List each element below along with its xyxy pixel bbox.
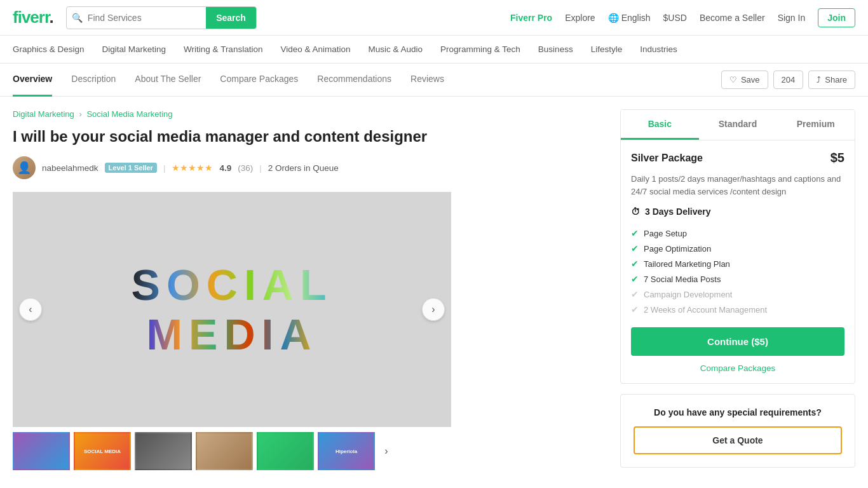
check-icon: ✔ bbox=[631, 243, 639, 254]
separator1: | bbox=[163, 163, 166, 173]
check-icon-disabled: ✔ bbox=[631, 304, 639, 315]
pkg-tab-standard[interactable]: Standard bbox=[699, 110, 777, 140]
review-count: (36) bbox=[238, 163, 253, 173]
language-label: English bbox=[621, 13, 651, 23]
left-column: Digital Marketing › Social Media Marketi… bbox=[13, 109, 601, 475]
cat-graphics-design[interactable]: Graphics & Design bbox=[13, 44, 85, 54]
get-quote-button[interactable]: Get a Quote bbox=[634, 426, 842, 454]
feature-account-mgmt: ✔ 2 Weeks of Account Management bbox=[631, 302, 844, 317]
pkg-features-list: ✔ Page Setup ✔ Page Optimization ✔ Tailo… bbox=[631, 226, 844, 317]
cat-business[interactable]: Business bbox=[538, 44, 573, 54]
explore-link[interactable]: Explore bbox=[565, 13, 595, 23]
sign-in-link[interactable]: Sign In bbox=[778, 13, 806, 23]
cat-industries[interactable]: Industries bbox=[640, 44, 677, 54]
carousel-main-image: SOCIAL MEDIA ‹ › bbox=[13, 192, 451, 427]
cat-digital-marketing[interactable]: Digital Marketing bbox=[102, 44, 166, 54]
top-right-nav: Fiverr Pro Explore 🌐 English $USD Become… bbox=[510, 8, 855, 27]
pkg-delivery: ⏱ 3 Days Delivery bbox=[631, 207, 844, 217]
breadcrumb-parent[interactable]: Digital Marketing bbox=[13, 109, 74, 119]
separator2: | bbox=[259, 163, 262, 173]
quote-title: Do you have any special requirements? bbox=[634, 407, 842, 417]
package-body: Silver Package $5 Daily 1 posts/2 days m… bbox=[621, 140, 855, 383]
gig-image: SOCIAL MEDIA bbox=[13, 192, 451, 427]
thumbnail-5[interactable] bbox=[257, 432, 314, 470]
tab-compare-packages[interactable]: Compare Packages bbox=[220, 64, 298, 97]
become-seller-link[interactable]: Become a Seller bbox=[700, 13, 765, 23]
tab-about-seller[interactable]: About The Seller bbox=[135, 64, 201, 97]
thumbnail-2[interactable]: SOCIAL MEDIA bbox=[74, 432, 131, 470]
seller-badge: Level 1 Seller bbox=[105, 163, 157, 173]
tab-reviews[interactable]: Reviews bbox=[410, 64, 444, 97]
check-icon: ✔ bbox=[631, 228, 639, 238]
avatar[interactable]: 👤 bbox=[13, 156, 36, 179]
breadcrumb: Digital Marketing › Social Media Marketi… bbox=[13, 109, 601, 119]
seller-username[interactable]: nabeelahmedk bbox=[42, 163, 98, 173]
quote-card: Do you have any special requirements? Ge… bbox=[620, 394, 855, 468]
share-button[interactable]: ⤴ Share bbox=[808, 71, 855, 89]
social-text-line2: MEDIA bbox=[146, 313, 317, 356]
main-content: Digital Marketing › Social Media Marketi… bbox=[0, 97, 868, 475]
category-nav: Graphics & Design Digital Marketing Writ… bbox=[0, 36, 868, 64]
search-bar: 🔍 Search bbox=[66, 6, 257, 29]
feature-marketing-plan: ✔ Tailored Marketing Plan bbox=[631, 256, 844, 271]
cat-music-audio[interactable]: Music & Audio bbox=[369, 44, 423, 54]
cat-lifestyle[interactable]: Lifestyle bbox=[591, 44, 623, 54]
thumbnails-next[interactable]: › bbox=[379, 432, 394, 470]
check-icon: ✔ bbox=[631, 274, 639, 284]
save-button[interactable]: ♡ Save bbox=[721, 71, 768, 89]
right-column: Basic Standard Premium Silver Package $5… bbox=[620, 109, 855, 475]
feature-page-setup: ✔ Page Setup bbox=[631, 226, 844, 241]
tab-nav: Overview Description About The Seller Co… bbox=[0, 64, 868, 97]
check-icon: ✔ bbox=[631, 259, 639, 269]
clock-icon: ⏱ bbox=[631, 207, 640, 217]
package-tabs: Basic Standard Premium bbox=[621, 110, 855, 140]
thumbnail-3[interactable] bbox=[135, 432, 192, 470]
breadcrumb-child[interactable]: Social Media Marketing bbox=[86, 109, 172, 119]
feature-campaign-dev: ✔ Campaign Development bbox=[631, 287, 844, 302]
delivery-label: 3 Days Delivery bbox=[645, 207, 711, 217]
package-card: Basic Standard Premium Silver Package $5… bbox=[620, 109, 855, 384]
thumbnail-6[interactable]: Hiperiola bbox=[318, 432, 375, 470]
pkg-tab-premium[interactable]: Premium bbox=[776, 110, 855, 140]
cat-video-animation[interactable]: Video & Animation bbox=[280, 44, 350, 54]
join-button[interactable]: Join bbox=[818, 8, 855, 27]
breadcrumb-separator: › bbox=[79, 109, 81, 119]
thumbnails-strip: SOCIAL MEDIA Hiperiola › bbox=[13, 427, 451, 475]
heart-icon: ♡ bbox=[729, 75, 737, 85]
cat-writing-translation[interactable]: Writing & Translation bbox=[184, 44, 262, 54]
seller-info: 👤 nabeelahmedk Level 1 Seller | ★★★★★ 4.… bbox=[13, 156, 601, 179]
pkg-tab-basic[interactable]: Basic bbox=[621, 110, 699, 140]
save-count: 204 bbox=[773, 71, 804, 89]
search-button[interactable]: Search bbox=[206, 7, 256, 29]
tab-overview[interactable]: Overview bbox=[13, 64, 52, 97]
cat-programming-tech[interactable]: Programming & Tech bbox=[440, 44, 520, 54]
globe-icon: 🌐 bbox=[608, 13, 619, 23]
currency-selector[interactable]: $USD bbox=[663, 13, 687, 23]
tab-nav-right: ♡ Save 204 ⤴ Share bbox=[721, 71, 855, 89]
share-icon: ⤴ bbox=[817, 75, 821, 85]
carousel-next-button[interactable]: › bbox=[422, 298, 445, 321]
fiverr-pro-link[interactable]: Fiverr Pro bbox=[510, 13, 552, 23]
tab-recommendations[interactable]: Recommendations bbox=[317, 64, 391, 97]
carousel-prev-button[interactable]: ‹ bbox=[19, 298, 42, 321]
pkg-description: Daily 1 posts/2 days manager/hashtags an… bbox=[631, 173, 844, 198]
image-carousel: SOCIAL MEDIA ‹ › SOCIAL MEDIA Hiperiola … bbox=[13, 192, 451, 475]
gig-title: I will be your social media manager and … bbox=[13, 126, 601, 146]
pkg-name: Silver Package bbox=[631, 152, 703, 164]
pkg-price: $5 bbox=[831, 151, 844, 165]
check-icon-disabled: ✔ bbox=[631, 289, 639, 299]
search-input[interactable] bbox=[88, 7, 206, 29]
feature-social-posts: ✔ 7 Social Media Posts bbox=[631, 271, 844, 287]
tab-nav-left: Overview Description About The Seller Co… bbox=[13, 64, 721, 97]
rating-number: 4.9 bbox=[219, 163, 231, 173]
logo[interactable]: fiverr. bbox=[13, 8, 53, 27]
feature-page-optimization: ✔ Page Optimization bbox=[631, 241, 844, 256]
tab-description[interactable]: Description bbox=[71, 64, 116, 97]
pkg-header: Silver Package $5 bbox=[631, 151, 844, 165]
compare-packages-link[interactable]: Compare Packages bbox=[631, 363, 844, 373]
thumbnail-1[interactable] bbox=[13, 432, 70, 470]
thumbnail-4[interactable] bbox=[196, 432, 253, 470]
continue-button[interactable]: Continue ($5) bbox=[631, 327, 844, 356]
language-selector[interactable]: 🌐 English bbox=[608, 13, 651, 23]
orders-queue: 2 Orders in Queue bbox=[268, 163, 339, 173]
